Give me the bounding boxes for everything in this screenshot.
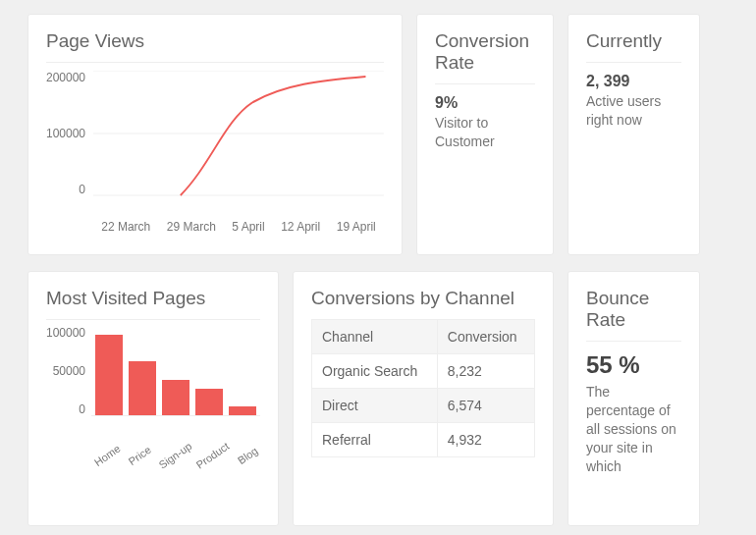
cell-channel: Referral <box>312 423 438 457</box>
x-tick: 5 April <box>232 220 264 234</box>
x-tick: 12 April <box>281 220 320 234</box>
divider <box>435 83 535 84</box>
page-views-x-axis: 22 March 29 March 5 April 12 April 19 Ap… <box>93 220 384 234</box>
page-views-card: Page Views 200000 100000 0 22 March 29 M… <box>27 14 403 255</box>
currently-value: 2, 399 <box>586 73 681 90</box>
y-tick: 0 <box>46 183 85 196</box>
x-tick: 29 March <box>167 220 216 234</box>
y-tick: 100000 <box>46 326 85 340</box>
most-visited-x-axis: Home Price Sign-up Product Blog <box>87 451 260 462</box>
x-tick: 19 April <box>337 220 376 234</box>
table-row: Referral 4,932 <box>312 423 535 457</box>
conversion-rate-sub: Visitor to Customer <box>435 114 535 151</box>
most-visited-y-axis: 100000 50000 0 <box>46 326 91 416</box>
bounce-rate-card: Bounce Rate 55 % The percentage of all s… <box>567 271 700 526</box>
table-row: Organic Search 8,232 <box>312 354 535 389</box>
divider <box>586 341 681 342</box>
y-tick: 0 <box>46 402 85 416</box>
page-views-chart: 200000 100000 0 <box>46 62 384 214</box>
bar-price <box>129 361 156 415</box>
conversions-table: Channel Conversion Organic Search 8,232 … <box>311 319 535 457</box>
cell-conversion: 8,232 <box>437 354 534 389</box>
bar-product <box>195 389 223 415</box>
y-tick: 200000 <box>46 71 85 84</box>
col-conversion: Conversion <box>437 320 534 354</box>
bounce-rate-value: 55 % <box>586 351 681 379</box>
conversions-channel-title: Conversions by Channel <box>311 288 535 309</box>
bar-blog <box>229 406 256 415</box>
page-views-y-axis: 200000 100000 0 <box>46 71 93 196</box>
table-row: Direct 6,574 <box>312 389 535 423</box>
cell-conversion: 4,932 <box>437 423 534 457</box>
cell-conversion: 6,574 <box>437 389 534 423</box>
bar-sign-up <box>162 380 189 415</box>
y-tick: 100000 <box>46 127 85 140</box>
page-views-plot <box>93 71 384 196</box>
most-visited-card: Most Visited Pages 100000 50000 0 Home P… <box>27 271 279 526</box>
cell-channel: Direct <box>312 389 438 423</box>
conversion-rate-card: Conversion Rate 9% Visitor to Customer <box>416 14 554 255</box>
most-visited-bars <box>91 326 260 416</box>
currently-title: Currently <box>586 30 681 52</box>
col-channel: Channel <box>312 320 438 354</box>
currently-card: Currently 2, 399 Active users right now <box>567 14 700 255</box>
table-header-row: Channel Conversion <box>312 320 535 354</box>
conversion-rate-value: 9% <box>435 94 535 112</box>
bounce-rate-sub: The percentage of all sessions on your s… <box>586 383 681 475</box>
currently-sub: Active users right now <box>586 92 681 130</box>
most-visited-title: Most Visited Pages <box>46 288 260 309</box>
most-visited-chart: 100000 50000 0 <box>46 319 260 447</box>
conversion-rate-title: Conversion Rate <box>435 30 535 74</box>
conversions-channel-card: Conversions by Channel Channel Conversio… <box>293 271 554 526</box>
x-tick: 22 March <box>101 220 150 234</box>
divider <box>586 62 681 63</box>
cell-channel: Organic Search <box>312 354 438 389</box>
bounce-rate-title: Bounce Rate <box>586 288 681 331</box>
y-tick: 50000 <box>46 364 85 378</box>
page-views-title: Page Views <box>46 30 384 52</box>
bar-home <box>95 335 123 415</box>
